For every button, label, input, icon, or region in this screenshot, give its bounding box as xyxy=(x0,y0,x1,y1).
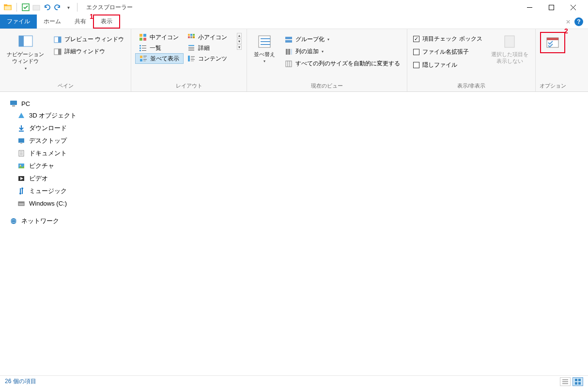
tree-item-label: ピクチャ xyxy=(29,162,54,170)
layout-コンテンツ[interactable]: コンテンツ xyxy=(184,53,232,64)
tab-file[interactable]: ファイル xyxy=(0,15,37,29)
chevron-down-icon: ▾ xyxy=(263,59,265,63)
svg-rect-22 xyxy=(188,36,190,38)
qat-redo-icon[interactable] xyxy=(54,3,62,11)
options-button[interactable] xyxy=(544,34,561,51)
tree-network-label: ネットワーク xyxy=(21,217,59,225)
tree-network[interactable]: ネットワーク xyxy=(9,215,97,227)
group-current-view-label: 現在のビュー xyxy=(251,80,403,90)
layout-item-label: コンテンツ xyxy=(198,55,227,63)
autosize-columns-button[interactable]: すべての列のサイズを自動的に変更する xyxy=(282,58,403,69)
layout-小アイコン[interactable]: 小アイコン xyxy=(184,32,232,43)
group-show-hide-label: 表示/非表示 xyxy=(411,80,531,90)
svg-rect-65 xyxy=(20,143,22,144)
layout-item-label: 並べて表示 xyxy=(150,55,179,63)
qat-undo-icon[interactable] xyxy=(43,3,51,11)
tree-pc[interactable]: PC xyxy=(9,98,97,109)
tree-item[interactable]: 3D オブジェクト xyxy=(9,109,97,122)
tree-item[interactable]: デスクトップ xyxy=(9,134,97,147)
chevron-down-icon: ▾ xyxy=(25,66,27,71)
tree-item[interactable]: ドキュメント xyxy=(9,147,97,160)
folder-type-icon xyxy=(17,187,25,195)
svg-rect-51 xyxy=(285,40,292,43)
svg-rect-18 xyxy=(143,38,146,41)
separator xyxy=(77,3,77,12)
qat-dropdown-icon[interactable]: ▾ xyxy=(64,3,72,11)
tree-item[interactable]: ビデオ xyxy=(9,172,97,185)
layout-詳細[interactable]: 詳細 xyxy=(184,43,232,53)
svg-rect-24 xyxy=(193,36,195,38)
tab-view[interactable]: 表示 xyxy=(93,15,120,29)
maximize-button[interactable] xyxy=(541,0,562,15)
scroll-down-icon[interactable]: ▾ xyxy=(237,39,242,44)
tree-item[interactable]: ピクチャ xyxy=(9,160,97,172)
svg-rect-23 xyxy=(190,36,192,38)
hidden-files-toggle[interactable]: 隠しファイル xyxy=(411,60,484,70)
svg-rect-50 xyxy=(285,37,292,39)
svg-rect-1 xyxy=(4,4,7,6)
svg-rect-10 xyxy=(19,36,24,46)
hide-selected-icon xyxy=(502,34,517,49)
hide-selected-button[interactable]: 選択した項目を 表示しない xyxy=(488,32,531,67)
expand-gallery-icon[interactable]: ▾ xyxy=(237,45,242,50)
tree-item[interactable]: ダウンロード xyxy=(9,122,97,134)
navigation-pane-label: ナビゲーション ウィンドウ xyxy=(7,51,44,65)
window-title: エクスプローラー xyxy=(86,3,133,12)
navigation-pane-button[interactable]: ナビゲーション ウィンドウ ▾ xyxy=(4,32,47,73)
tree-item-label: ドキュメント xyxy=(29,149,67,158)
layout-一覧[interactable]: 一覧 xyxy=(135,43,184,53)
svg-rect-16 xyxy=(143,34,146,37)
svg-point-75 xyxy=(21,188,23,190)
view-details-toggle[interactable] xyxy=(560,377,571,386)
tree-item[interactable]: Windows (C:) xyxy=(9,197,97,209)
svg-rect-12 xyxy=(58,37,61,43)
preview-pane-icon xyxy=(54,36,62,44)
annotation-2: 2 xyxy=(564,27,568,35)
sort-button[interactable]: 並べ替え ▾ xyxy=(251,32,278,65)
group-options: 2 オプション xyxy=(536,29,570,91)
close-button[interactable] xyxy=(562,0,584,15)
add-columns-button[interactable]: 列の追加 ▾ xyxy=(282,46,403,57)
tree-item-label: ダウンロード xyxy=(29,124,67,133)
svg-rect-60 xyxy=(547,38,558,40)
minimize-ribbon-icon[interactable]: ⤫ xyxy=(566,18,571,25)
title-bar: ▾ エクスプローラー xyxy=(0,0,588,15)
layout-view-icon xyxy=(187,55,195,62)
content-pane[interactable] xyxy=(97,92,588,375)
layout-view-icon xyxy=(139,55,147,62)
scroll-up-icon[interactable]: ▴ xyxy=(237,33,242,38)
preview-pane-label: プレビュー ウィンドウ xyxy=(64,35,124,44)
network-icon xyxy=(10,217,17,225)
svg-rect-41 xyxy=(188,56,190,61)
item-checkboxes-toggle[interactable]: 項目チェック ボックス xyxy=(411,34,484,44)
layout-item-label: 詳細 xyxy=(198,44,210,52)
app-folder-icon xyxy=(4,3,12,11)
layout-中アイコン[interactable]: 中アイコン xyxy=(135,32,184,43)
minimize-button[interactable] xyxy=(519,0,541,15)
svg-rect-52 xyxy=(286,49,288,55)
svg-rect-25 xyxy=(139,45,141,46)
preview-pane-button[interactable]: プレビュー ウィンドウ xyxy=(51,34,127,45)
svg-rect-27 xyxy=(139,47,141,49)
status-bar: 26 個の項目 xyxy=(0,375,588,387)
details-pane-button[interactable]: 詳細ウィンドウ xyxy=(51,46,127,57)
view-large-toggle[interactable] xyxy=(573,377,583,386)
filename-ext-toggle[interactable]: ファイル名拡張子 xyxy=(411,47,484,57)
folder-type-icon xyxy=(17,124,25,132)
svg-rect-62 xyxy=(12,105,15,106)
layout-view-icon xyxy=(187,44,195,52)
qat-properties-icon[interactable] xyxy=(22,3,30,11)
svg-rect-20 xyxy=(190,34,192,36)
tree-item[interactable]: ミュージック xyxy=(9,185,97,197)
hidden-files-label: 隠しファイル xyxy=(422,61,457,69)
qat-new-folder-icon[interactable] xyxy=(32,3,40,11)
help-icon[interactable]: ? xyxy=(574,17,583,26)
svg-point-71 xyxy=(20,165,21,166)
group-panes-label: ペイン xyxy=(4,80,127,90)
tab-home[interactable]: ホーム xyxy=(37,15,68,29)
group-by-button[interactable]: グループ化 ▾ xyxy=(282,34,403,45)
layout-並べて表示[interactable]: 並べて表示 xyxy=(135,53,184,64)
svg-rect-15 xyxy=(139,34,142,37)
svg-rect-2 xyxy=(5,6,11,10)
checkbox-icon xyxy=(413,49,419,55)
